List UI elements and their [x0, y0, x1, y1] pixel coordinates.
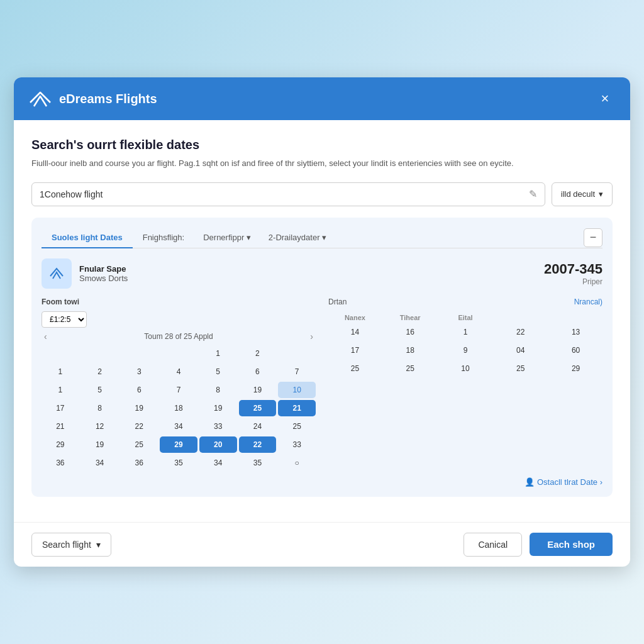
- return-grid-header: Nanex Tihear Eital: [328, 314, 602, 321]
- cal-day-selected[interactable]: 25: [239, 400, 277, 416]
- cal-day[interactable]: 19: [199, 400, 237, 416]
- modal-body: Search's ourrt flexible dates Fiulll-oou…: [14, 120, 630, 522]
- cal-day[interactable]: 5: [81, 382, 119, 398]
- logo-icon: [29, 90, 52, 108]
- content-panel: Suoles light Dates Fnighsfligh: Dernerfi…: [31, 218, 613, 497]
- return-col-header: Eital: [439, 314, 492, 321]
- return-day[interactable]: 29: [549, 360, 602, 377]
- cal-day[interactable]: 19: [120, 400, 158, 416]
- search-flight-button[interactable]: Search flight ▾: [31, 533, 111, 557]
- difficulty-button[interactable]: illd decult ▾: [552, 182, 613, 206]
- return-day[interactable]: 22: [494, 324, 547, 340]
- return-day[interactable]: 13: [549, 324, 602, 340]
- prev-month-button[interactable]: ‹: [42, 331, 50, 341]
- return-day[interactable]: 10: [439, 360, 492, 377]
- close-button[interactable]: ×: [595, 89, 615, 109]
- cal-day[interactable]: 36: [120, 455, 158, 471]
- cal-header-tue: [81, 345, 119, 362]
- cal-day[interactable]: 35: [239, 455, 277, 471]
- cal-day-selected[interactable]: 29: [160, 436, 197, 453]
- cal-day[interactable]: 25: [120, 436, 158, 453]
- cal-day[interactable]: 1: [199, 345, 237, 362]
- cal-day[interactable]: 29: [42, 436, 79, 453]
- cal-day[interactable]: 5: [199, 364, 237, 380]
- edit-icon: ✎: [529, 188, 537, 200]
- cal-day[interactable]: 34: [81, 455, 119, 471]
- cal-day-selected[interactable]: 10: [278, 382, 316, 398]
- cal-day[interactable]: 7: [278, 364, 316, 380]
- return-day[interactable]: 25: [328, 360, 382, 377]
- person-icon: 👤: [525, 477, 535, 487]
- cal-day[interactable]: 4: [160, 364, 197, 380]
- return-col-header: Nanex: [328, 314, 382, 321]
- cal-day[interactable]: 1: [42, 364, 79, 380]
- return-day[interactable]: 18: [384, 342, 437, 358]
- return-day[interactable]: 16: [384, 324, 437, 340]
- cal-day[interactable]: 19: [239, 382, 277, 398]
- modal-header: eDreams Flights ×: [14, 77, 630, 120]
- cal-day[interactable]: 8: [81, 400, 119, 416]
- cancel-return-link[interactable]: Nrancal): [574, 297, 602, 306]
- cal-day[interactable]: 6: [239, 364, 277, 380]
- chevron-down-icon: ▾: [599, 189, 603, 199]
- start-date-link[interactable]: 👤 Ostacll tlrat Date ›: [525, 477, 602, 487]
- cal-header-wed: [120, 345, 158, 362]
- cal-day[interactable]: 22: [120, 418, 158, 435]
- return-day[interactable]: 9: [439, 342, 492, 358]
- modal-title: eDreams Flights: [59, 92, 157, 106]
- cal-day[interactable]: 25: [278, 418, 316, 435]
- cal-day[interactable]: 21: [42, 418, 79, 435]
- each-shop-button[interactable]: Each shop: [530, 533, 613, 556]
- cal-day-selected[interactable]: 21: [278, 400, 316, 416]
- price-number: 2007-345: [544, 261, 602, 277]
- cal-day[interactable]: 1: [42, 382, 79, 398]
- cal-day[interactable]: 18: [160, 400, 197, 416]
- cancel-button[interactable]: Canical: [464, 533, 522, 557]
- return-day[interactable]: 25: [384, 360, 437, 377]
- next-month-button[interactable]: ›: [308, 331, 316, 341]
- cal-day[interactable]: 19: [81, 436, 119, 453]
- footer-right: Canical Each shop: [464, 533, 613, 557]
- cal-day[interactable]: 17: [42, 400, 79, 416]
- cal-day[interactable]: 6: [120, 382, 158, 398]
- section-title: Search's ourrt flexible dates: [31, 138, 613, 152]
- cal-day-selected[interactable]: 22: [239, 436, 277, 453]
- return-day[interactable]: 17: [328, 342, 382, 358]
- cal-header-mon: [42, 345, 79, 362]
- cal-day[interactable]: 34: [199, 455, 237, 471]
- return-day[interactable]: 1: [439, 324, 492, 340]
- cal-day[interactable]: 35: [160, 455, 197, 471]
- tab-destination[interactable]: Dernerfippr ▾: [194, 228, 260, 247]
- tab-flights[interactable]: Fnighsfligh:: [133, 228, 194, 248]
- search-row: ✎ illd decult ▾: [31, 182, 613, 206]
- tab-date[interactable]: 2-Drailaydater ▾: [260, 228, 335, 247]
- modal-footer: Search flight ▾ Canical Each shop: [14, 522, 630, 567]
- return-calendar: Drtan Nrancal) Nanex Tihear Eital: [328, 297, 602, 471]
- cal-day-selected[interactable]: 20: [199, 436, 237, 453]
- cal-day[interactable]: 33: [278, 436, 316, 453]
- tab-flexible-dates[interactable]: Suoles light Dates: [42, 228, 133, 248]
- return-day[interactable]: 25: [494, 360, 547, 377]
- cal-header-thu: [160, 345, 197, 362]
- tabs-row: Suoles light Dates Fnighsfligh: Dernerfi…: [42, 228, 602, 248]
- cal-day[interactable]: 2: [239, 345, 277, 362]
- from-select[interactable]: £1:2:5: [42, 311, 87, 328]
- modal-overlay: eDreams Flights × Search's ourrt flexibl…: [14, 77, 630, 567]
- minus-button[interactable]: −: [584, 228, 602, 247]
- return-day[interactable]: 60: [549, 342, 602, 358]
- cal-day[interactable]: 3: [120, 364, 158, 380]
- return-day[interactable]: 14: [328, 324, 382, 340]
- cal-day[interactable]: 12: [81, 418, 119, 435]
- search-input[interactable]: [40, 183, 529, 206]
- cal-day[interactable]: 36: [42, 455, 79, 471]
- cal-day[interactable]: 2: [81, 364, 119, 380]
- cal-day[interactable]: 33: [199, 418, 237, 435]
- cal-day[interactable]: 24: [239, 418, 277, 435]
- cal-day[interactable]: 8: [199, 382, 237, 398]
- cal-day[interactable]: 7: [160, 382, 197, 398]
- return-day[interactable]: 04: [494, 342, 547, 358]
- difficulty-label: illd decult: [561, 189, 595, 199]
- cal-day[interactable]: 34: [160, 418, 197, 435]
- from-calendar-header: Foom towi: [42, 297, 316, 306]
- price-block: 2007-345 Priper: [544, 261, 602, 286]
